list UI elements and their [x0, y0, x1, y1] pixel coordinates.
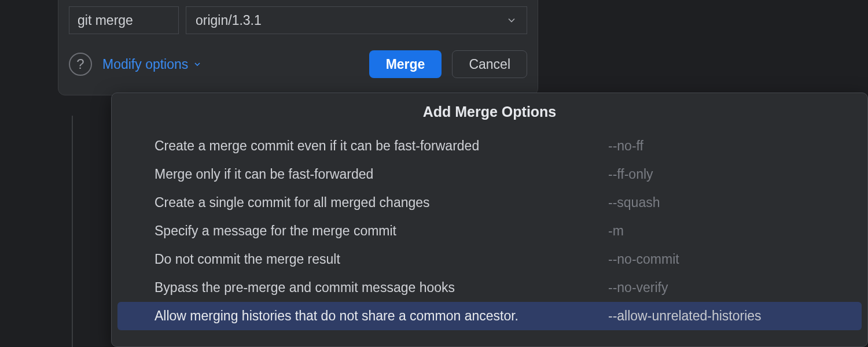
modify-options-link[interactable]: Modify options — [102, 57, 202, 72]
merge-option-flag: --no-commit — [608, 252, 851, 267]
chevron-down-icon — [193, 60, 202, 69]
merge-option-desc: Specify a message for the merge commit — [155, 223, 608, 239]
merge-option-row[interactable]: Create a merge commit even if it can be … — [112, 132, 867, 160]
help-button[interactable]: ? — [69, 53, 92, 76]
merge-button-label: Merge — [386, 57, 425, 72]
chevron-down-icon — [506, 14, 517, 26]
cancel-button[interactable]: Cancel — [452, 50, 527, 78]
merge-option-flag: --allow-unrelated-histories — [608, 308, 851, 324]
branch-select[interactable]: origin/1.3.1 — [186, 6, 527, 34]
branch-selected-value: origin/1.3.1 — [196, 13, 262, 28]
merge-option-flag: -m — [608, 223, 851, 239]
git-command-label: git merge — [69, 6, 179, 34]
merge-option-flag: --squash — [608, 195, 851, 211]
merge-option-row[interactable]: Allow merging histories that do not shar… — [117, 302, 862, 330]
merge-option-row[interactable]: Specify a message for the merge commit-m — [112, 217, 867, 245]
merge-option-desc: Create a merge commit even if it can be … — [155, 138, 608, 154]
modify-options-label: Modify options — [102, 57, 188, 72]
merge-option-desc: Allow merging histories that do not shar… — [155, 308, 608, 324]
merge-option-flag: --ff-only — [608, 167, 851, 182]
merge-option-row[interactable]: Do not commit the merge result--no-commi… — [112, 245, 867, 274]
merge-option-row[interactable]: Bypass the pre-merge and commit message … — [112, 274, 867, 302]
merge-options-popup: Add Merge Options Create a merge commit … — [111, 93, 868, 347]
merge-option-flag: --no-verify — [608, 280, 851, 296]
help-icon: ? — [76, 56, 84, 72]
git-command-text: git merge — [78, 13, 133, 28]
command-row: git merge origin/1.3.1 — [69, 6, 527, 34]
sidebar-divider — [72, 116, 73, 347]
merge-dialog: git merge origin/1.3.1 ? Modify options … — [58, 0, 538, 95]
merge-option-row[interactable]: Merge only if it can be fast-forwarded--… — [112, 160, 867, 189]
merge-option-flag: --no-ff — [608, 138, 851, 154]
merge-option-row[interactable]: Create a single commit for all merged ch… — [112, 189, 867, 217]
merge-option-desc: Create a single commit for all merged ch… — [155, 195, 608, 211]
merge-option-desc: Bypass the pre-merge and commit message … — [155, 280, 608, 296]
popup-title: Add Merge Options — [112, 104, 867, 120]
option-list: Create a merge commit even if it can be … — [112, 132, 867, 330]
merge-button[interactable]: Merge — [369, 50, 442, 78]
cancel-button-label: Cancel — [469, 57, 510, 72]
merge-option-desc: Merge only if it can be fast-forwarded — [155, 167, 608, 182]
action-row: ? Modify options Merge Cancel — [69, 50, 527, 78]
merge-option-desc: Do not commit the merge result — [155, 252, 608, 267]
